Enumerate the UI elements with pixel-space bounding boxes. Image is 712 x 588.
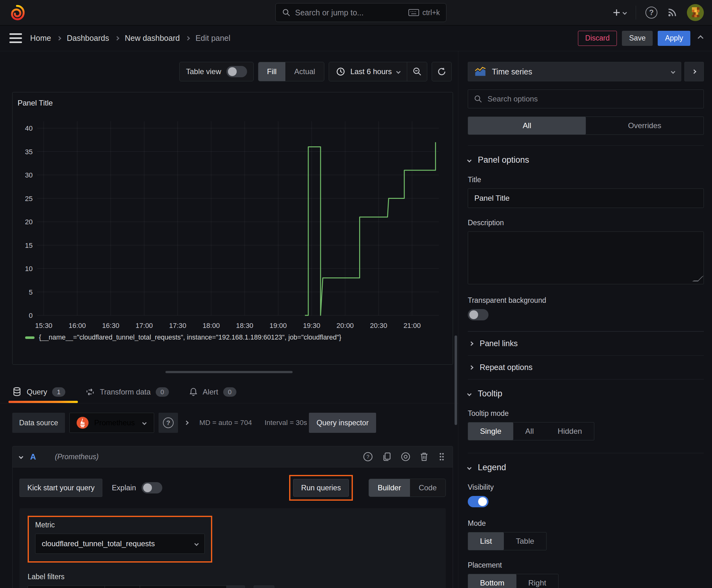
datasource-help-button[interactable]: ? [158, 413, 178, 433]
builder-option[interactable]: Builder [369, 479, 410, 497]
breadcrumb-edit-panel: Edit panel [196, 34, 231, 43]
refresh-icon [437, 67, 447, 77]
legend-visibility-toggle[interactable] [468, 496, 489, 507]
tab-all[interactable]: All [468, 117, 586, 134]
collapse-options-button[interactable] [684, 62, 704, 81]
mode-table-option[interactable]: Table [504, 532, 546, 550]
placement-right-option[interactable]: Right [516, 574, 558, 588]
top-bar: Search or jump to... ctrl+k ? [0, 0, 712, 25]
discard-button[interactable]: Discard [578, 31, 617, 46]
kick-start-button[interactable]: Kick start your query [19, 479, 102, 497]
query-count-badge: 1 [52, 387, 65, 397]
operator-dropdown[interactable]: = [105, 586, 140, 588]
fill-option[interactable]: Fill [258, 62, 286, 81]
tab-alert-label: Alert [203, 387, 218, 396]
remove-filter-button[interactable]: ✕ [226, 586, 245, 588]
timeseries-chart[interactable]: 051015202530354015:3016:0016:3017:0017:3… [15, 115, 443, 333]
query-row-header[interactable]: A (Prometheus) ? [12, 446, 453, 467]
interval: Interval = 30s [265, 419, 307, 427]
save-button[interactable]: Save [622, 31, 653, 46]
divider [636, 6, 636, 19]
tab-overrides[interactable]: Overrides [586, 117, 704, 134]
help-button[interactable]: ? [645, 6, 657, 19]
tooltip-mode-segment: Single All Hidden [468, 422, 594, 440]
tab-alert[interactable]: Alert 0 [189, 381, 236, 403]
search-options-input[interactable]: Search options [468, 89, 704, 108]
breadcrumb-dashboards[interactable]: Dashboards [67, 34, 109, 43]
tab-transform-data[interactable]: Transform data 0 [85, 381, 169, 403]
datasource-picker[interactable]: Prometheus [69, 413, 154, 433]
select-value-dropdown[interactable]: Select value [140, 586, 226, 588]
pane-resize-handle[interactable] [166, 371, 293, 373]
drag-handle-icon[interactable] [438, 452, 446, 462]
panel-links-section[interactable]: Panel links [468, 331, 704, 355]
hide-query-eye-icon[interactable] [401, 452, 411, 462]
metric-select[interactable]: cloudflared_tunnel_total_requests [35, 534, 205, 554]
legend-placement-segment: Bottom Right [468, 574, 559, 588]
explain-toggle[interactable] [142, 482, 162, 493]
tooltip-single-option[interactable]: Single [468, 422, 513, 440]
table-view-toggle[interactable] [226, 66, 247, 77]
repeat-options-label: Repeat options [480, 363, 533, 372]
collapse-header-button[interactable] [698, 36, 703, 40]
add-new-button[interactable] [612, 8, 626, 17]
run-queries-button[interactable]: Run queries [293, 479, 349, 497]
bell-icon [189, 387, 198, 397]
news-button[interactable] [667, 7, 677, 18]
breadcrumb-home[interactable]: Home [30, 34, 51, 43]
panel-title-input[interactable]: Panel Title [468, 188, 704, 208]
tooltip-section[interactable]: Tooltip [468, 389, 704, 399]
delete-query-trash-icon[interactable] [419, 452, 429, 462]
tooltip-hidden-option[interactable]: Hidden [546, 422, 594, 440]
query-inspector-button[interactable]: Query inspector [309, 413, 376, 433]
zoom-out-button[interactable] [407, 62, 427, 81]
chart-legend[interactable]: {__name__="cloudflared_tunnel_total_requ… [25, 334, 453, 341]
svg-text:25: 25 [25, 195, 33, 203]
database-icon [12, 387, 22, 397]
description-textarea[interactable] [468, 231, 704, 284]
transparent-bg-toggle[interactable] [468, 309, 489, 320]
actual-option[interactable]: Actual [285, 62, 324, 81]
placement-label: Placement [468, 561, 704, 569]
menu-toggle-button[interactable] [9, 33, 22, 43]
user-avatar[interactable] [687, 4, 704, 21]
series-color-marker [25, 336, 35, 339]
chevron-up-icon [697, 35, 703, 41]
collapse-query-icon[interactable] [19, 455, 23, 459]
chevron-down-icon [194, 542, 199, 546]
duplicate-query-icon[interactable] [382, 452, 392, 462]
query-datasource-hint: (Prometheus) [55, 453, 99, 461]
global-search-input[interactable]: Search or jump to... ctrl+k [275, 3, 447, 22]
visibility-label: Visibility [468, 483, 704, 491]
placement-bottom-option[interactable]: Bottom [468, 574, 516, 588]
svg-text:21:00: 21:00 [404, 322, 421, 330]
legend-section[interactable]: Legend [468, 463, 704, 472]
svg-text:19:00: 19:00 [269, 322, 287, 330]
mode-list-option[interactable]: List [468, 532, 504, 550]
apply-button[interactable]: Apply [658, 31, 690, 46]
description-field-label: Description [468, 218, 704, 227]
time-range-button[interactable]: Last 6 hours [329, 62, 407, 81]
query-stats: MD = auto = 704 Interval = 30s [199, 419, 307, 427]
refresh-button[interactable] [432, 62, 452, 81]
query-help-icon[interactable]: ? [363, 452, 373, 462]
panel-preview: Panel Title 051015202530354015:3016:0016… [12, 92, 453, 365]
code-option[interactable]: Code [410, 479, 446, 497]
visualization-picker[interactable]: Time series [468, 62, 681, 81]
chevron-right-icon [114, 36, 119, 40]
question-icon: ? [163, 417, 174, 428]
panel-options-section[interactable]: Panel options [468, 155, 704, 165]
tooltip-all-option[interactable]: All [513, 422, 546, 440]
tab-query[interactable]: Query 1 [12, 381, 65, 403]
options-pane: Time series Search options All Overrides [458, 51, 712, 588]
repeat-options-section[interactable]: Repeat options [468, 355, 704, 379]
max-data-points: MD = auto = 704 [199, 419, 252, 427]
select-label-dropdown[interactable]: Select label [28, 586, 105, 588]
chevron-down-icon [142, 421, 147, 425]
expand-options-icon[interactable] [184, 421, 189, 425]
scrollbar-thumb[interactable] [455, 335, 457, 425]
grafana-logo-icon[interactable] [8, 4, 26, 21]
add-filter-button[interactable]: + [254, 586, 274, 588]
breadcrumb-new-dashboard[interactable]: New dashboard [125, 34, 180, 43]
svg-text:?: ? [367, 454, 369, 460]
